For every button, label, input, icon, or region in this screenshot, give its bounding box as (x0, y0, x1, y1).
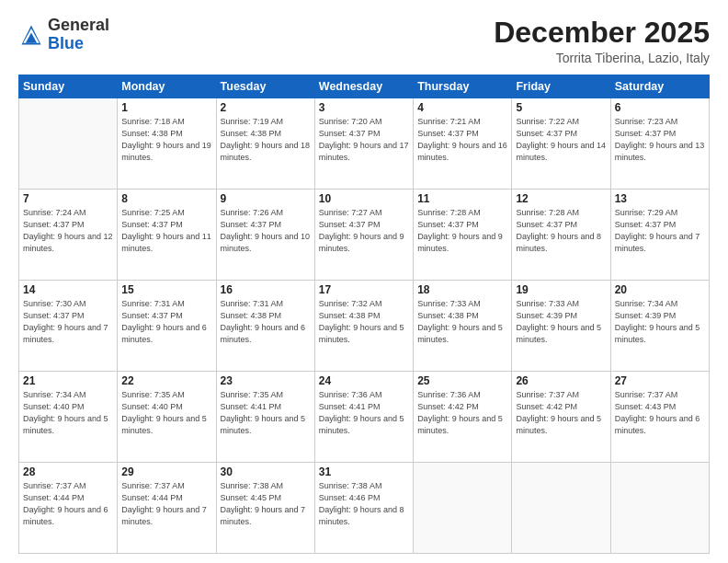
calendar-week-3: 14Sunrise: 7:30 AMSunset: 4:37 PMDayligh… (19, 281, 710, 372)
day-info: Sunrise: 7:37 AMSunset: 4:44 PMDaylight:… (23, 480, 113, 528)
calendar-cell: 19Sunrise: 7:33 AMSunset: 4:39 PMDayligh… (512, 281, 610, 372)
title-block: December 2025 Torrita Tiberina, Lazio, I… (494, 17, 710, 65)
calendar-cell: 12Sunrise: 7:28 AMSunset: 4:37 PMDayligh… (512, 190, 610, 281)
day-number: 14 (23, 283, 113, 296)
day-info: Sunrise: 7:25 AMSunset: 4:37 PMDaylight:… (121, 207, 211, 255)
calendar-week-1: 1Sunrise: 7:18 AMSunset: 4:38 PMDaylight… (19, 98, 710, 190)
calendar-cell: 26Sunrise: 7:37 AMSunset: 4:42 PMDayligh… (512, 372, 610, 463)
calendar-cell: 6Sunrise: 7:23 AMSunset: 4:37 PMDaylight… (610, 98, 709, 190)
day-info: Sunrise: 7:29 AMSunset: 4:37 PMDaylight:… (615, 207, 705, 255)
calendar-cell: 8Sunrise: 7:25 AMSunset: 4:37 PMDaylight… (118, 190, 216, 281)
day-info: Sunrise: 7:33 AMSunset: 4:39 PMDaylight:… (516, 298, 606, 346)
calendar-cell: 5Sunrise: 7:22 AMSunset: 4:37 PMDaylight… (512, 98, 610, 190)
day-number: 26 (516, 374, 606, 387)
day-info: Sunrise: 7:30 AMSunset: 4:37 PMDaylight:… (23, 298, 113, 346)
day-number: 10 (319, 192, 409, 205)
calendar-cell (414, 463, 512, 554)
logo-icon (18, 22, 44, 48)
weekday-header-friday: Friday (512, 75, 610, 98)
day-number: 9 (221, 192, 311, 205)
calendar-cell: 17Sunrise: 7:32 AMSunset: 4:38 PMDayligh… (314, 281, 413, 372)
day-info: Sunrise: 7:28 AMSunset: 4:37 PMDaylight:… (516, 207, 606, 255)
day-info: Sunrise: 7:31 AMSunset: 4:37 PMDaylight:… (121, 298, 211, 346)
calendar-cell: 23Sunrise: 7:35 AMSunset: 4:41 PMDayligh… (216, 372, 314, 463)
day-number: 8 (121, 192, 211, 205)
header: General Blue December 2025 Torrita Tiber… (18, 17, 710, 65)
calendar-cell (19, 98, 118, 190)
day-number: 24 (319, 374, 409, 387)
day-number: 23 (221, 374, 311, 387)
weekday-header-monday: Monday (118, 75, 216, 98)
day-number: 6 (615, 101, 705, 114)
calendar-cell: 4Sunrise: 7:21 AMSunset: 4:37 PMDaylight… (414, 98, 512, 190)
calendar-cell: 24Sunrise: 7:36 AMSunset: 4:41 PMDayligh… (314, 372, 413, 463)
day-number: 16 (221, 283, 311, 296)
day-info: Sunrise: 7:31 AMSunset: 4:38 PMDaylight:… (221, 298, 311, 346)
calendar-cell: 9Sunrise: 7:26 AMSunset: 4:37 PMDaylight… (216, 190, 314, 281)
calendar-cell: 20Sunrise: 7:34 AMSunset: 4:39 PMDayligh… (610, 281, 709, 372)
calendar-cell: 13Sunrise: 7:29 AMSunset: 4:37 PMDayligh… (610, 190, 709, 281)
calendar-cell (610, 463, 709, 554)
day-number: 3 (319, 101, 409, 114)
day-info: Sunrise: 7:26 AMSunset: 4:37 PMDaylight:… (221, 207, 311, 255)
calendar-table: SundayMondayTuesdayWednesdayThursdayFrid… (18, 75, 710, 554)
weekday-header-wednesday: Wednesday (314, 75, 413, 98)
day-number: 19 (516, 283, 606, 296)
day-number: 7 (23, 192, 113, 205)
day-number: 4 (417, 101, 507, 114)
day-number: 25 (417, 374, 507, 387)
calendar-cell: 16Sunrise: 7:31 AMSunset: 4:38 PMDayligh… (216, 281, 314, 372)
calendar-cell: 7Sunrise: 7:24 AMSunset: 4:37 PMDaylight… (19, 190, 118, 281)
day-number: 2 (221, 101, 311, 114)
day-info: Sunrise: 7:32 AMSunset: 4:38 PMDaylight:… (319, 298, 409, 346)
day-info: Sunrise: 7:27 AMSunset: 4:37 PMDaylight:… (319, 207, 409, 255)
calendar-week-4: 21Sunrise: 7:34 AMSunset: 4:40 PMDayligh… (19, 372, 710, 463)
day-number: 27 (615, 374, 705, 387)
calendar-cell: 31Sunrise: 7:38 AMSunset: 4:46 PMDayligh… (314, 463, 413, 554)
calendar-cell: 15Sunrise: 7:31 AMSunset: 4:37 PMDayligh… (118, 281, 216, 372)
day-info: Sunrise: 7:35 AMSunset: 4:41 PMDaylight:… (221, 389, 311, 437)
day-number: 1 (121, 101, 211, 114)
day-info: Sunrise: 7:33 AMSunset: 4:38 PMDaylight:… (417, 298, 507, 346)
weekday-header-saturday: Saturday (610, 75, 709, 98)
calendar-cell: 10Sunrise: 7:27 AMSunset: 4:37 PMDayligh… (314, 190, 413, 281)
logo-blue-text: Blue (48, 34, 84, 52)
day-info: Sunrise: 7:20 AMSunset: 4:37 PMDaylight:… (319, 116, 409, 164)
day-number: 11 (417, 192, 507, 205)
day-number: 15 (121, 283, 211, 296)
day-number: 28 (23, 465, 113, 478)
day-info: Sunrise: 7:22 AMSunset: 4:37 PMDaylight:… (516, 116, 606, 164)
calendar-cell: 29Sunrise: 7:37 AMSunset: 4:44 PMDayligh… (118, 463, 216, 554)
day-number: 29 (121, 465, 211, 478)
calendar-week-2: 7Sunrise: 7:24 AMSunset: 4:37 PMDaylight… (19, 190, 710, 281)
day-number: 31 (319, 465, 409, 478)
day-info: Sunrise: 7:34 AMSunset: 4:39 PMDaylight:… (615, 298, 705, 346)
day-number: 22 (121, 374, 211, 387)
calendar-cell: 18Sunrise: 7:33 AMSunset: 4:38 PMDayligh… (414, 281, 512, 372)
logo: General Blue (18, 17, 109, 53)
weekday-header-tuesday: Tuesday (216, 75, 314, 98)
location: Torrita Tiberina, Lazio, Italy (494, 51, 710, 65)
day-number: 13 (615, 192, 705, 205)
day-number: 30 (221, 465, 311, 478)
calendar-cell: 11Sunrise: 7:28 AMSunset: 4:37 PMDayligh… (414, 190, 512, 281)
day-number: 18 (417, 283, 507, 296)
day-info: Sunrise: 7:19 AMSunset: 4:38 PMDaylight:… (221, 116, 311, 164)
calendar-cell: 21Sunrise: 7:34 AMSunset: 4:40 PMDayligh… (19, 372, 118, 463)
day-info: Sunrise: 7:21 AMSunset: 4:37 PMDaylight:… (417, 116, 507, 164)
calendar-cell: 28Sunrise: 7:37 AMSunset: 4:44 PMDayligh… (19, 463, 118, 554)
logo-general-text: General (48, 16, 109, 34)
day-info: Sunrise: 7:24 AMSunset: 4:37 PMDaylight:… (23, 207, 113, 255)
day-info: Sunrise: 7:35 AMSunset: 4:40 PMDaylight:… (121, 389, 211, 437)
calendar-cell (512, 463, 610, 554)
month-title: December 2025 (494, 17, 710, 49)
calendar-cell: 22Sunrise: 7:35 AMSunset: 4:40 PMDayligh… (118, 372, 216, 463)
calendar-cell: 30Sunrise: 7:38 AMSunset: 4:45 PMDayligh… (216, 463, 314, 554)
day-number: 5 (516, 101, 606, 114)
weekday-header-row: SundayMondayTuesdayWednesdayThursdayFrid… (19, 75, 710, 98)
day-number: 20 (615, 283, 705, 296)
calendar-cell: 25Sunrise: 7:36 AMSunset: 4:42 PMDayligh… (414, 372, 512, 463)
calendar-cell: 14Sunrise: 7:30 AMSunset: 4:37 PMDayligh… (19, 281, 118, 372)
calendar-cell: 1Sunrise: 7:18 AMSunset: 4:38 PMDaylight… (118, 98, 216, 190)
weekday-header-thursday: Thursday (414, 75, 512, 98)
